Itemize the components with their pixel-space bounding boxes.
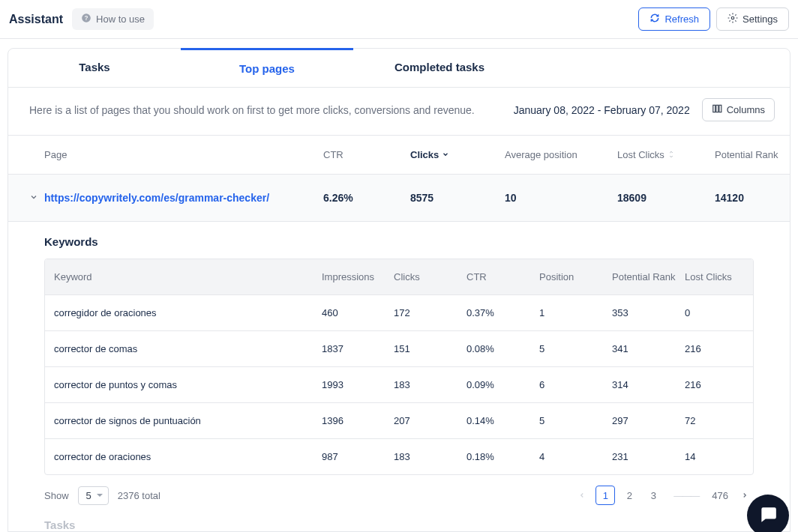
kw-ctr-header[interactable]: CTR bbox=[466, 271, 539, 282]
keywords-table: Keyword Impressions Clicks CTR Position … bbox=[44, 259, 754, 475]
keyword-row: corregidor de oraciones 460 172 0.37% 1 … bbox=[45, 294, 753, 330]
how-to-use-button[interactable]: ? How to use bbox=[72, 8, 154, 30]
chat-icon bbox=[758, 504, 778, 527]
col-lost-clicks-header[interactable]: Lost Clicks bbox=[617, 149, 715, 160]
tabs: Tasks Top pages Completed tasks bbox=[8, 49, 790, 88]
gear-icon bbox=[728, 13, 738, 25]
kw-keyword-cell: corrector de comas bbox=[54, 343, 322, 354]
kw-position-cell: 4 bbox=[539, 451, 612, 462]
columns-icon bbox=[712, 103, 722, 116]
page-avg-position-value: 10 bbox=[505, 192, 617, 204]
keyword-row: corrector de oraciones 987 183 0.18% 4 2… bbox=[45, 438, 753, 474]
kw-potential-rank-cell: 353 bbox=[612, 307, 685, 318]
keywords-section: Keywords Keyword Impressions Clicks CTR … bbox=[8, 222, 790, 505]
kw-position-header[interactable]: Position bbox=[539, 271, 612, 282]
col-avg-position-header[interactable]: Average position bbox=[505, 149, 617, 160]
svg-text:?: ? bbox=[85, 15, 88, 22]
settings-label: Settings bbox=[742, 13, 778, 25]
expand-toggle[interactable] bbox=[23, 191, 44, 205]
page-potential-rank-value: 14120 bbox=[715, 192, 790, 204]
app-title: Assistant bbox=[9, 13, 63, 26]
kw-lost-clicks-cell: 72 bbox=[685, 415, 744, 426]
kw-keyword-cell: corrector de signos de puntuación bbox=[54, 415, 322, 426]
page-last[interactable]: 476 bbox=[709, 486, 731, 505]
topbar-left: Assistant ? How to use bbox=[9, 8, 154, 30]
chevron-left-icon bbox=[578, 490, 586, 501]
col-page-header[interactable]: Page bbox=[44, 149, 323, 160]
total-count: 2376 total bbox=[118, 490, 160, 501]
col-ctr-header[interactable]: CTR bbox=[323, 149, 410, 160]
table-header: Page CTR Clicks Average position Lost Cl… bbox=[8, 135, 790, 174]
refresh-icon bbox=[650, 13, 660, 25]
how-to-use-label: How to use bbox=[96, 13, 145, 25]
svg-point-2 bbox=[731, 16, 734, 19]
keywords-title: Keywords bbox=[44, 235, 754, 248]
page-row: https://copywritely.com/es/grammar-check… bbox=[8, 174, 790, 222]
topbar: Assistant ? How to use Refresh Settings bbox=[0, 0, 798, 39]
pagination: 1 2 3 ——— 476 bbox=[573, 486, 754, 505]
col-clicks-header[interactable]: Clicks bbox=[410, 149, 505, 160]
subheader-right: January 08, 2022 - February 07, 2022 Col… bbox=[514, 98, 775, 121]
svg-rect-3 bbox=[712, 105, 715, 112]
settings-button[interactable]: Settings bbox=[716, 7, 789, 31]
kw-potential-rank-cell: 341 bbox=[612, 343, 685, 354]
page-clicks-value: 8575 bbox=[410, 192, 505, 204]
table-footer: Show 5 2376 total 1 2 3 ——— 476 bbox=[44, 475, 754, 505]
keyword-row: corrector de comas 1837 151 0.08% 5 341 … bbox=[45, 330, 753, 366]
kw-ctr-cell: 0.09% bbox=[466, 379, 539, 390]
kw-potential-rank-header[interactable]: Potential Rank bbox=[612, 271, 685, 282]
kw-clicks-cell: 183 bbox=[394, 379, 466, 390]
tab-completed-tasks[interactable]: Completed tasks bbox=[353, 49, 526, 87]
kw-clicks-cell: 183 bbox=[394, 451, 466, 462]
chevron-down-icon bbox=[29, 191, 38, 205]
tab-top-pages[interactable]: Top pages bbox=[181, 48, 353, 87]
kw-ctr-cell: 0.14% bbox=[466, 415, 539, 426]
kw-position-cell: 6 bbox=[539, 379, 612, 390]
kw-keyword-cell: corrector de oraciones bbox=[54, 451, 322, 462]
kw-clicks-cell: 207 bbox=[394, 415, 466, 426]
prev-page-button[interactable] bbox=[573, 486, 591, 504]
page-3[interactable]: 3 bbox=[644, 486, 663, 505]
kw-keyword-cell: corregidor de oraciones bbox=[54, 307, 322, 318]
kw-clicks-cell: 172 bbox=[394, 307, 466, 318]
chat-widget-button[interactable] bbox=[747, 495, 789, 532]
keyword-row: corrector de puntos y comas 1993 183 0.0… bbox=[45, 366, 753, 402]
kw-lost-clicks-cell: 14 bbox=[685, 451, 744, 462]
topbar-right: Refresh Settings bbox=[638, 7, 789, 31]
date-range: January 08, 2022 - February 07, 2022 bbox=[514, 104, 690, 116]
tab-tasks[interactable]: Tasks bbox=[8, 49, 181, 87]
chevron-right-icon bbox=[741, 490, 748, 501]
kw-position-cell: 5 bbox=[539, 343, 612, 354]
sort-icon bbox=[668, 149, 675, 160]
kw-clicks-header[interactable]: Clicks bbox=[394, 271, 466, 282]
kw-keyword-header[interactable]: Keyword bbox=[54, 271, 322, 282]
svg-rect-5 bbox=[719, 105, 722, 112]
tasks-section-title: Tasks bbox=[8, 505, 790, 531]
kw-lost-clicks-cell: 216 bbox=[685, 343, 744, 354]
kw-lost-clicks-header[interactable]: Lost Clicks bbox=[685, 271, 744, 282]
page-1[interactable]: 1 bbox=[596, 486, 615, 505]
kw-keyword-cell: corrector de puntos y comas bbox=[54, 379, 322, 390]
kw-potential-rank-cell: 314 bbox=[612, 379, 685, 390]
page-url-link[interactable]: https://copywritely.com/es/grammar-check… bbox=[44, 192, 323, 204]
refresh-button[interactable]: Refresh bbox=[638, 7, 710, 31]
page-size-select[interactable]: 5 bbox=[78, 486, 109, 505]
kw-potential-rank-cell: 231 bbox=[612, 451, 685, 462]
page-2[interactable]: 2 bbox=[620, 486, 639, 505]
col-potential-rank-header[interactable]: Potential Rank bbox=[715, 149, 790, 160]
keywords-table-header: Keyword Impressions Clicks CTR Position … bbox=[45, 259, 753, 294]
columns-button[interactable]: Columns bbox=[702, 98, 775, 121]
show-label: Show bbox=[44, 490, 69, 501]
columns-label: Columns bbox=[727, 104, 765, 115]
subheader: Here is a list of pages that you should … bbox=[8, 88, 790, 135]
kw-impressions-cell: 1993 bbox=[322, 379, 394, 390]
col-clicks-label: Clicks bbox=[410, 149, 439, 160]
main-panel: Tasks Top pages Completed tasks Here is … bbox=[8, 48, 790, 532]
help-icon: ? bbox=[81, 13, 92, 25]
kw-ctr-cell: 0.37% bbox=[466, 307, 539, 318]
col-lost-clicks-label: Lost Clicks bbox=[617, 149, 664, 160]
kw-impressions-header[interactable]: Impressions bbox=[322, 271, 394, 282]
page-ctr-value: 6.26% bbox=[323, 192, 410, 204]
kw-lost-clicks-cell: 216 bbox=[685, 379, 744, 390]
kw-impressions-cell: 1396 bbox=[322, 415, 394, 426]
